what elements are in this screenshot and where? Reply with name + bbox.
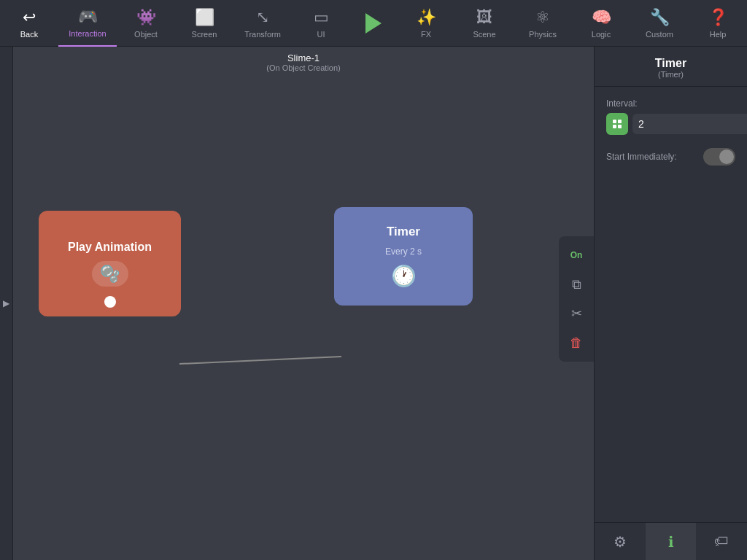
nav-object[interactable]: 👾 Object	[117, 0, 175, 47]
context-copy-button[interactable]: ⧉	[563, 271, 589, 298]
panel-body: Interval: s ✕	[595, 87, 747, 522]
nav-physics-label: Physics	[529, 30, 557, 39]
nav-custom-label: Custom	[646, 30, 673, 39]
nav-scene-label: Scene	[473, 30, 495, 39]
nav-fx[interactable]: ✨ FX	[397, 0, 455, 47]
breadcrumb: Slime-1 (On Object Creation)	[13, 47, 594, 75]
right-panel: Timer (Timer) Interval:	[594, 47, 747, 560]
play-btn-wrap	[350, 10, 397, 36]
nav-back-label: Back	[20, 30, 38, 39]
interval-label: Interval:	[606, 98, 735, 109]
top-nav: ↩ Back 🎮 Interaction 👾 Object ⬜ Screen ⤡…	[0, 0, 747, 47]
nav-object-label: Object	[134, 30, 158, 39]
physics-icon: ⚛	[535, 8, 550, 27]
tag-icon: 🏷	[714, 533, 729, 550]
footer-tab-sliders[interactable]: ⚙	[595, 523, 646, 560]
nav-screen-label: Screen	[192, 30, 217, 39]
timer-card-subtitle: Every 2 s	[385, 246, 422, 257]
context-menu: On ⧉ ✂ 🗑	[559, 236, 594, 362]
panel-header: Timer (Timer)	[595, 47, 747, 87]
context-on-button[interactable]: On	[563, 242, 589, 268]
start-immediately-toggle[interactable]	[703, 148, 735, 166]
nav-ui-label: UI	[317, 30, 325, 39]
svg-line-0	[179, 357, 341, 364]
scene-icon: 🖼	[476, 8, 492, 27]
start-immediately-label: Start Immediately:	[606, 152, 677, 162]
svg-rect-2	[618, 120, 622, 123]
object-icon: 👾	[136, 8, 156, 27]
play-button[interactable]	[360, 10, 387, 36]
nav-help[interactable]: ❓ Help	[689, 0, 747, 47]
play-animation-node-card[interactable]: Play Animation 🫧	[39, 211, 181, 316]
interaction-icon: 🎮	[78, 7, 98, 26]
timer-node-card[interactable]: Timer Every 2 s 🕐	[334, 207, 473, 306]
play-anim-icon-wrap: 🫧	[92, 261, 128, 287]
interval-link-icon	[606, 113, 628, 135]
timer-clock-icon: 🕐	[391, 264, 417, 288]
nav-scene[interactable]: 🖼 Scene	[455, 0, 514, 47]
nav-custom[interactable]: 🔧 Custom	[630, 0, 689, 47]
interval-field: Interval: s ✕	[606, 98, 735, 135]
nav-transform[interactable]: ⤡ Transform	[233, 0, 292, 47]
nav-logic-label: Logic	[592, 30, 611, 39]
connector-dot[interactable]	[104, 296, 116, 308]
context-cut-button[interactable]: ✂	[563, 300, 589, 327]
breadcrumb-subtitle: (On Object Creation)	[13, 63, 594, 72]
play-triangle-icon	[365, 13, 382, 34]
slime-icon: 🫧	[100, 265, 120, 284]
help-icon: ❓	[708, 8, 728, 27]
nav-interaction[interactable]: 🎮 Interaction	[58, 0, 117, 47]
left-sidebar: ▶	[0, 47, 13, 560]
logic-icon: 🧠	[592, 8, 611, 27]
breadcrumb-title: Slime-1	[13, 52, 594, 63]
delete-icon: 🗑	[570, 335, 583, 351]
transform-icon: ⤡	[256, 8, 269, 27]
custom-icon: 🔧	[650, 8, 670, 27]
nav-ui[interactable]: ▭ UI	[292, 0, 350, 47]
sliders-icon: ⚙	[614, 533, 627, 551]
play-anim-card-title: Play Animation	[68, 241, 152, 254]
interval-input[interactable]	[632, 114, 747, 134]
canvas-area[interactable]: Slime-1 (On Object Creation) Timer Every…	[13, 47, 594, 560]
main-content: ▶ Slime-1 (On Object Creation) Timer Eve…	[0, 47, 747, 560]
context-delete-button[interactable]: 🗑	[563, 330, 589, 356]
screen-icon: ⬜	[195, 8, 214, 27]
timer-card-title: Timer	[387, 225, 420, 239]
nav-screen[interactable]: ⬜ Screen	[175, 0, 233, 47]
back-icon: ↩	[23, 8, 36, 27]
svg-rect-3	[613, 125, 616, 128]
ui-icon: ▭	[314, 8, 329, 27]
cut-icon: ✂	[571, 306, 582, 322]
nav-interaction-label: Interaction	[69, 29, 106, 38]
nav-physics[interactable]: ⚛ Physics	[514, 0, 572, 47]
panel-subtitle: (Timer)	[606, 70, 735, 79]
panel-title: Timer	[606, 57, 735, 70]
toggle-knob	[719, 149, 734, 164]
footer-tab-tag[interactable]: 🏷	[696, 523, 747, 560]
nav-transform-label: Transform	[244, 30, 281, 39]
footer-tab-info[interactable]: ℹ	[646, 523, 697, 560]
nav-logic[interactable]: 🧠 Logic	[572, 0, 630, 47]
svg-rect-1	[613, 120, 616, 123]
nav-help-label: Help	[710, 30, 727, 39]
fx-icon: ✨	[417, 8, 436, 27]
sidebar-expand-icon[interactable]: ▶	[3, 298, 9, 308]
nav-fx-label: FX	[421, 30, 431, 39]
start-immediately-field: Start Immediately:	[606, 148, 735, 166]
info-icon: ℹ	[668, 533, 674, 551]
nav-back[interactable]: ↩ Back	[0, 0, 58, 47]
panel-footer: ⚙ ℹ 🏷	[595, 522, 747, 560]
svg-rect-4	[618, 125, 622, 128]
interval-row: s ✕	[606, 113, 735, 135]
copy-icon: ⧉	[572, 277, 581, 292]
